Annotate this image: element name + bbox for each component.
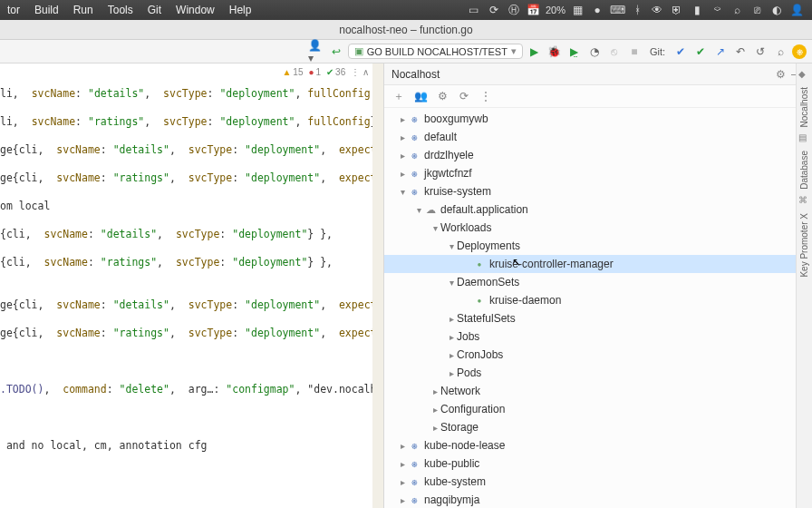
- vcs-push-icon[interactable]: ↗: [712, 44, 729, 60]
- back-arrow-icon[interactable]: ↩: [328, 44, 344, 60]
- tree-row[interactable]: ▸Pods: [384, 364, 812, 382]
- wifi-icon[interactable]: ⌔: [709, 3, 725, 17]
- tree-row[interactable]: ▸⎈default: [384, 128, 812, 146]
- battery-icon[interactable]: ▮: [689, 3, 705, 17]
- panel-settings-icon[interactable]: ⚙: [772, 66, 788, 83]
- keyboard-icon[interactable]: ⌨: [609, 3, 625, 17]
- refresh-icon[interactable]: ⟳: [457, 89, 471, 103]
- ide-settings-icon[interactable]: ⎈: [792, 44, 807, 59]
- people-icon[interactable]: 👥: [413, 89, 428, 103]
- tree-row[interactable]: ▸Storage: [384, 418, 812, 436]
- tree-row[interactable]: ▸⎈nagqibymja: [384, 491, 812, 508]
- menu-item[interactable]: Window: [176, 4, 215, 16]
- stripe-label[interactable]: Key Promoter X: [799, 213, 809, 278]
- chevron-right-icon[interactable]: ▸: [430, 423, 440, 433]
- tree-row[interactable]: ▸⎈kube-node-lease: [384, 436, 812, 454]
- screen-mirror-icon[interactable]: ▭: [466, 3, 482, 17]
- profile-icon[interactable]: ◔: [586, 44, 603, 60]
- menu-item[interactable]: Tools: [108, 4, 133, 16]
- chevron-right-icon[interactable]: ▸: [397, 495, 408, 505]
- tree-row[interactable]: ▸⎈drdzlhyele: [384, 146, 812, 164]
- tree-row[interactable]: ▸⎈kube-system: [384, 473, 812, 491]
- tree-row[interactable]: ▾⎈kruise-system: [384, 182, 812, 200]
- sync-icon[interactable]: ⟳: [486, 3, 502, 17]
- menu-item[interactable]: Build: [34, 4, 59, 16]
- tree-row[interactable]: ▾DaemonSets: [384, 273, 812, 291]
- shield-icon[interactable]: ⛨: [669, 3, 685, 17]
- key-icon[interactable]: ⌘: [798, 195, 811, 208]
- tree-row[interactable]: ▸Jobs: [384, 327, 812, 346]
- cluster-tree[interactable]: ▸⎈booxgumywb▸⎈default▸⎈drdzlhyele▸⎈jkgwt…: [384, 108, 812, 508]
- tree-row[interactable]: ●kruise-controller-manager: [384, 255, 812, 273]
- chevron-down-icon[interactable]: ▾: [446, 241, 457, 251]
- attach-icon[interactable]: ⎋: [606, 44, 623, 60]
- add-user-icon[interactable]: 👤▾: [308, 44, 324, 60]
- clock-icon[interactable]: ◐: [768, 3, 785, 17]
- tree-row[interactable]: ▸⎈booxgumywb: [384, 110, 812, 128]
- chevron-right-icon[interactable]: ▸: [446, 314, 457, 324]
- analysis-bar[interactable]: 15 1 36 ⋮ ∧: [282, 67, 369, 77]
- tree-row[interactable]: ▸Network: [384, 382, 812, 400]
- notifications-icon[interactable]: ●: [589, 3, 605, 17]
- gear-icon[interactable]: ⚙: [435, 89, 450, 103]
- menu-item[interactable]: Run: [73, 4, 93, 16]
- editor-gutter-right[interactable]: [372, 64, 383, 508]
- vcs-rollback-icon[interactable]: ↺: [752, 44, 768, 60]
- chevron-down-icon[interactable]: ▾: [446, 278, 457, 288]
- chevron-right-icon[interactable]: ▸: [397, 441, 408, 451]
- stop-icon[interactable]: ■: [626, 44, 643, 60]
- analysis-errors[interactable]: 1: [308, 67, 321, 77]
- chevron-right-icon[interactable]: ▸: [397, 169, 408, 179]
- stripe-label[interactable]: Database: [799, 151, 809, 190]
- tree-row[interactable]: ▸StatefulSets: [384, 309, 812, 327]
- menu-item[interactable]: Help: [229, 4, 252, 16]
- vcs-history-icon[interactable]: ↶: [732, 44, 749, 60]
- tree-row[interactable]: ▾Deployments: [384, 237, 812, 255]
- chevron-down-icon[interactable]: ▾: [397, 187, 408, 197]
- search-icon[interactable]: ⌕: [772, 44, 788, 60]
- code-editor[interactable]: li, svcName: "details", svcType: "deploy…: [0, 64, 383, 462]
- analysis-menu-icon[interactable]: ⋮ ∧: [351, 67, 369, 77]
- add-icon[interactable]: ＋: [392, 89, 406, 103]
- tree-row[interactable]: ▸Configuration: [384, 400, 812, 418]
- chevron-right-icon[interactable]: ▸: [446, 368, 457, 378]
- tree-row[interactable]: ●kruise-daemon: [384, 291, 812, 309]
- user-icon[interactable]: 👤: [788, 3, 805, 17]
- tree-row[interactable]: ▾Workloads: [384, 219, 812, 237]
- app-h-icon[interactable]: Ⓗ: [506, 3, 522, 17]
- more-icon[interactable]: ⋮: [478, 89, 493, 103]
- tree-row[interactable]: ▸CronJobs: [384, 346, 812, 364]
- chevron-right-icon[interactable]: ▸: [397, 132, 408, 142]
- run-icon[interactable]: ▶: [527, 44, 543, 60]
- chevron-right-icon[interactable]: ▸: [446, 350, 457, 360]
- stripe-label[interactable]: Nocalhost: [799, 87, 809, 127]
- eye-icon[interactable]: 👁: [649, 3, 665, 17]
- analysis-pass[interactable]: 36: [326, 67, 345, 77]
- chevron-down-icon[interactable]: ▾: [430, 223, 440, 233]
- chevron-right-icon[interactable]: ▸: [430, 386, 440, 396]
- menu-item[interactable]: tor: [7, 4, 20, 16]
- bluetooth-icon[interactable]: ᚼ: [629, 3, 645, 17]
- tree-row[interactable]: ▾☁default.application: [384, 200, 812, 219]
- vcs-commit-icon[interactable]: ✔: [692, 44, 709, 60]
- stripe-tool-icon[interactable]: ◆: [798, 69, 811, 82]
- editor-pane[interactable]: 15 1 36 ⋮ ∧ li, svcName: "details", svcT…: [0, 64, 384, 508]
- analysis-warnings[interactable]: 15: [282, 67, 303, 77]
- control-center-icon[interactable]: ⎚: [749, 3, 765, 17]
- calendar-icon[interactable]: 📅: [526, 3, 542, 17]
- spotlight-icon[interactable]: ⌕: [729, 3, 745, 17]
- grid-icon[interactable]: ▦: [569, 3, 585, 17]
- chevron-right-icon[interactable]: ▸: [397, 114, 408, 124]
- chevron-down-icon[interactable]: ▾: [413, 205, 424, 215]
- chevron-right-icon[interactable]: ▸: [397, 151, 408, 161]
- tree-row[interactable]: ▸⎈jkgwtcfnzf: [384, 164, 812, 182]
- chevron-right-icon[interactable]: ▸: [397, 459, 408, 469]
- coverage-icon[interactable]: ▶̤: [566, 44, 583, 60]
- chevron-right-icon[interactable]: ▸: [430, 405, 440, 415]
- debug-icon[interactable]: 🐞: [546, 44, 563, 60]
- tree-row[interactable]: ▸⎈kube-public: [384, 454, 812, 473]
- database-icon[interactable]: ▤: [798, 132, 811, 145]
- chevron-right-icon[interactable]: ▸: [397, 477, 408, 487]
- vcs-update-icon[interactable]: ✔: [672, 44, 689, 60]
- run-config-selector[interactable]: ▣ GO BUILD NOCALHOST/TEST ▾: [348, 44, 523, 59]
